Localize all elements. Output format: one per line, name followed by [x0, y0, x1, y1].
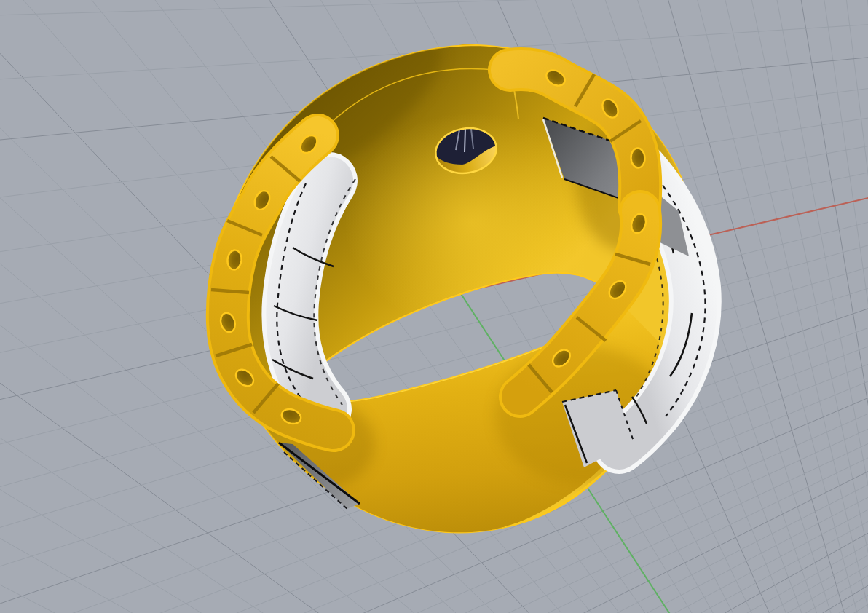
screw-hole	[631, 148, 645, 168]
cad-viewport[interactable]	[0, 0, 868, 613]
